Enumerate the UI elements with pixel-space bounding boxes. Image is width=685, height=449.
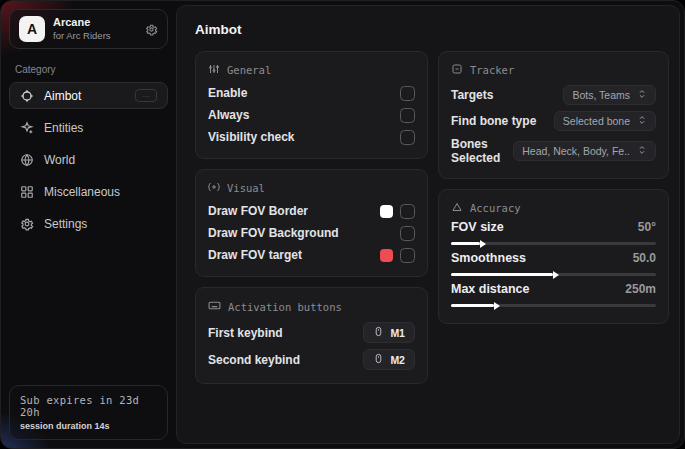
card-title: General <box>227 64 271 76</box>
sliders-icon <box>208 63 220 77</box>
setting-row-bones-selected: Bones Selected Head, Neck, Body, Fe.. <box>451 134 656 168</box>
setting-label: Draw FOV Border <box>208 204 308 218</box>
setting-row-enable: Enable <box>208 82 415 104</box>
slider-label: FOV size <box>451 220 504 234</box>
card-title: Visual <box>227 182 265 194</box>
card-title: Activation buttons <box>228 301 342 313</box>
slider-value: 250m <box>625 282 656 296</box>
visibility-check-checkbox[interactable] <box>400 130 415 145</box>
slider-thumb[interactable] <box>553 271 559 279</box>
smoothness-slider-group: Smoothness 50.0 <box>451 251 656 276</box>
second-keybind-button[interactable]: M2 <box>363 349 415 370</box>
setting-label: Enable <box>208 86 247 100</box>
setting-row-draw-fov-border: Draw FOV Border <box>208 200 415 222</box>
dropdown-value: Bots, Teams <box>572 89 630 101</box>
dropdown-value: Head, Neck, Body, Fe.. <box>522 145 630 157</box>
gear-icon <box>20 217 34 231</box>
setting-label: Always <box>208 108 249 122</box>
mouse-icon <box>373 326 384 339</box>
max-distance-slider[interactable] <box>451 304 656 307</box>
sub-expiry-text: Sub expires in 23d 20h <box>20 394 157 418</box>
setting-row-second-keybind: Second keybind M2 <box>208 346 415 373</box>
visual-card: Visual Draw FOV Border Draw FOV Backgrou… <box>195 169 428 277</box>
focus-icon <box>208 181 220 195</box>
sidebar-item-label: Aimbot <box>44 89 81 103</box>
accuracy-card: Accuracy FOV size 50° Smoothness <box>438 189 669 324</box>
subscription-card: Sub expires in 23d 20h session duration … <box>9 385 168 440</box>
bones-selected-dropdown[interactable]: Head, Neck, Body, Fe.. <box>513 141 656 161</box>
sidebar-item-label: Entities <box>44 121 83 135</box>
dropdown-value: Selected bone <box>563 115 630 127</box>
app-window: A Arcane for Arc Riders Category Aimbot … <box>0 0 685 449</box>
setting-label: Find bone type <box>451 114 536 128</box>
always-checkbox[interactable] <box>400 108 415 123</box>
general-card: General Enable Always Visibility check <box>195 51 428 159</box>
scan-icon <box>451 63 463 77</box>
sidebar-nav: Aimbot — Entities World Miscellaneou <box>9 82 168 237</box>
setting-label: Second keybind <box>208 353 300 367</box>
sidebar-item-miscellaneous[interactable]: Miscellaneous <box>9 178 168 205</box>
fov-size-slider[interactable] <box>451 242 656 245</box>
sidebar-item-label: Settings <box>44 217 87 231</box>
sidebar-item-entities[interactable]: Entities <box>9 114 168 141</box>
globe-icon <box>20 153 34 167</box>
fov-size-slider-group: FOV size 50° <box>451 220 656 245</box>
sidebar-item-settings[interactable]: Settings <box>9 210 168 237</box>
sidebar-item-label: Miscellaneous <box>44 185 120 199</box>
max-distance-slider-group: Max distance 250m <box>451 282 656 307</box>
setting-row-draw-fov-background: Draw FOV Background <box>208 222 415 244</box>
triangle-icon <box>451 201 463 215</box>
card-title: Tracker <box>470 64 514 76</box>
nav-active-hint: — <box>135 89 157 102</box>
tracker-card: Tracker Targets Bots, Teams <box>438 51 669 179</box>
setting-label: First keybind <box>208 326 283 340</box>
setting-row-targets: Targets Bots, Teams <box>451 82 656 108</box>
slider-thumb[interactable] <box>480 240 486 248</box>
activation-card: Activation buttons First keybind M1 <box>195 287 428 384</box>
setting-label: Targets <box>451 88 493 102</box>
setting-row-draw-fov-target: Draw FOV target <box>208 244 415 266</box>
draw-fov-background-checkbox[interactable] <box>400 226 415 241</box>
targets-dropdown[interactable]: Bots, Teams <box>563 85 656 105</box>
expand-icon <box>637 145 647 157</box>
brand-logo: A <box>19 16 45 42</box>
brand-text: Arcane for Arc Riders <box>53 16 111 42</box>
sidebar-item-label: World <box>44 153 75 167</box>
first-keybind-button[interactable]: M1 <box>363 322 415 343</box>
sidebar-item-aimbot[interactable]: Aimbot — <box>9 82 168 109</box>
fov-border-color-swatch[interactable] <box>380 205 393 218</box>
setting-label: Draw FOV Background <box>208 226 339 240</box>
fov-target-color-swatch[interactable] <box>380 249 393 262</box>
smoothness-slider[interactable] <box>451 273 656 276</box>
category-label: Category <box>15 64 162 75</box>
slider-value: 50° <box>638 220 656 234</box>
brand-card: A Arcane for Arc Riders <box>9 9 168 49</box>
brand-subtitle: for Arc Riders <box>53 30 111 42</box>
setting-label: Draw FOV target <box>208 248 302 262</box>
page-title: Aimbot <box>195 22 669 37</box>
draw-fov-border-checkbox[interactable] <box>400 204 415 219</box>
session-duration-text: session duration 14s <box>20 421 157 431</box>
draw-fov-target-checkbox[interactable] <box>400 248 415 263</box>
slider-label: Max distance <box>451 282 530 296</box>
keybind-value: M2 <box>390 354 405 366</box>
main-panel: Aimbot General Enable <box>176 5 680 444</box>
setting-row-visibility-check: Visibility check <box>208 126 415 148</box>
slider-thumb[interactable] <box>494 302 500 310</box>
grid-icon <box>20 185 34 199</box>
brand-title: Arcane <box>53 16 111 30</box>
sidebar: A Arcane for Arc Riders Category Aimbot … <box>1 1 176 448</box>
gear-icon[interactable] <box>145 23 158 36</box>
keyboard-icon <box>208 299 221 314</box>
setting-row-find-bone-type: Find bone type Selected bone <box>451 108 656 134</box>
entities-icon <box>20 121 34 135</box>
find-bone-type-dropdown[interactable]: Selected bone <box>554 111 656 131</box>
mouse-icon <box>373 353 384 366</box>
setting-label: Bones Selected <box>451 137 513 165</box>
sidebar-item-world[interactable]: World <box>9 146 168 173</box>
card-title: Accuracy <box>470 202 521 214</box>
setting-label: Visibility check <box>208 130 295 144</box>
slider-label: Smoothness <box>451 251 526 265</box>
expand-icon <box>637 89 647 101</box>
enable-checkbox[interactable] <box>400 86 415 101</box>
